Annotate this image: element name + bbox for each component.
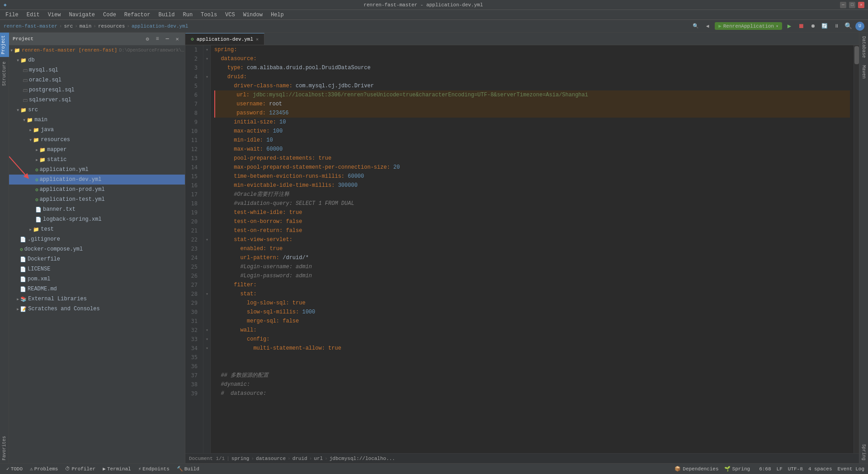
close-button[interactable]: ✕ [858,2,864,8]
nav-back-button[interactable]: ◀ [703,22,712,31]
menu-vcs[interactable]: VCS [222,11,239,19]
project-settings-button[interactable]: ⚙ [143,35,151,43]
breadcrumb-src[interactable]: src [64,24,73,29]
tree-item-java[interactable]: ▸ 📁 java [9,125,185,135]
menu-help[interactable]: Help [267,11,288,19]
tree-item-resources[interactable]: ▾ 📁 resources [9,135,185,145]
tree-item-application-yml[interactable]: ⚙ application.yml [9,165,185,175]
code-line-8: password: 123456 [214,109,850,118]
coverage-button[interactable]: ⏺ [808,22,817,31]
database-tab[interactable]: Database [860,33,867,61]
menu-view[interactable]: View [44,11,65,19]
spring-button[interactable]: 🌱 Spring [724,466,750,472]
todo-button[interactable]: ✓ TODO [4,465,25,473]
build-button[interactable]: 🔨 Build [174,465,202,473]
problems-button[interactable]: ⚠ Problems [27,465,61,473]
breadcrumb-file[interactable]: application-dev.yml [132,24,188,29]
menu-run[interactable]: Run [179,11,196,19]
tree-item-src[interactable]: ▾ 📁 src [9,105,185,115]
code-content[interactable]: spring: datasource: type: com.alibaba.dr… [211,45,854,453]
minimize-button[interactable]: — [840,2,846,8]
editor-scrollbar[interactable] [854,45,859,453]
tree-item-mapper[interactable]: ▸ 📁 mapper [9,145,185,155]
stop-button[interactable]: ⏹ [797,22,806,31]
tree-item-license[interactable]: 📄 LICENSE [9,264,185,274]
tree-item-docker-compose[interactable]: ⚙ docker-compose.yml [9,244,185,254]
gradle-tab[interactable]: Spring [860,441,867,463]
tree-item-root[interactable]: ▾ 📁 renren-fast-master [renren-fast] D:\… [9,45,185,55]
tree-item-gitignore[interactable]: 📄 .gitignore [9,234,185,244]
breadcrumb-main[interactable]: main [80,24,91,29]
reload-button[interactable]: 🔄 [820,22,829,31]
menu-build[interactable]: Build [155,11,178,19]
tree-item-main[interactable]: ▾ 📁 main [9,115,185,125]
bc-druid[interactable]: druid [292,456,307,461]
todo-label: TODO [11,466,23,472]
breadcrumb-resources[interactable]: resources [98,24,125,29]
code-line-7: username: root [214,100,850,109]
tree-item-sqlserver[interactable]: 🗃 sqlserver.sql [9,95,185,105]
code-line-5: driver-class-name: com.mysql.cj.jdbc.Dri… [214,81,850,90]
tree-item-postgresql[interactable]: 🗃 postgresql.sql [9,85,185,95]
tree-item-logback[interactable]: 📄 logback-spring.xml [9,214,185,224]
code-line-13: pool-prepared-statements: true [214,154,850,163]
pause-button[interactable]: ⏸ [832,22,841,31]
code-editor[interactable]: 1 2 3 4 5 6 7 8 9 10 11 12 13 14 15 16 1 [185,45,859,453]
dependencies-button[interactable]: 📦 Dependencies [675,466,718,472]
event-log-button[interactable]: Event Log [838,466,864,472]
project-expand-button[interactable]: ≡ [153,35,161,43]
breadcrumb-root[interactable]: renren-fast-master [4,24,57,29]
editor-tab-application-dev[interactable]: ⚙ application-dev.yml ✕ [185,33,264,45]
user-avatar[interactable]: U [855,22,864,31]
run-config-selector[interactable]: ▶ RenrenApplication ▾ [715,22,782,30]
search-everywhere-button[interactable]: 🔍 [691,22,700,31]
bc-url[interactable]: url [314,456,323,461]
editor-tab-bar: ⚙ application-dev.yml ✕ [185,33,859,45]
maximize-button[interactable]: □ [849,2,855,8]
tree-item-application-prod[interactable]: ⚙ application-prod.yml [9,185,185,194]
search-button[interactable]: 🔍 [844,22,853,31]
favorites-tab[interactable]: Favorites [1,433,8,463]
terminal-button[interactable]: ▶ Terminal [100,465,133,473]
tree-item-static[interactable]: ▸ 📁 static [9,155,185,165]
tree-item-external-libs[interactable]: ▸ 📚 External Libraries [9,294,185,304]
menu-code[interactable]: Code [99,11,120,19]
menu-file[interactable]: File [2,11,22,19]
tree-item-mysql[interactable]: 🗃 mysql.sql [9,65,185,75]
tree-item-pom[interactable]: 📄 pom.xml [9,274,185,284]
menu-refactor[interactable]: Refactor [121,11,154,19]
terminal-label: Terminal [107,466,131,472]
maven-tab[interactable]: Maven [860,62,867,81]
run-button[interactable]: ▶ [785,22,794,31]
tree-item-readme[interactable]: 📄 README.md [9,284,185,294]
editor-gutter: ▾ ▾ ▾ [203,45,211,453]
menu-tools[interactable]: Tools [197,11,221,19]
menu-edit[interactable]: Edit [23,11,43,19]
bc-datasource[interactable]: datasource [256,456,286,461]
scrollbar-thumb[interactable] [854,46,859,64]
tree-item-application-dev[interactable]: ⚙ application-dev.yml [9,175,185,185]
menu-window[interactable]: Window [240,11,266,19]
code-line-29: log-slow-sql: true [214,299,850,308]
tree-item-oracle[interactable]: 🗃 oracle.sql [9,75,185,85]
tab-close-button[interactable]: ✕ [256,37,259,42]
tree-item-test[interactable]: ▸ 📁 test [9,224,185,234]
endpoints-button[interactable]: ⚡ Endpoints [136,465,172,473]
project-more-button[interactable]: ✕ [173,35,181,43]
profiler-button[interactable]: ⏱ Profiler [62,465,98,473]
project-collapse-button[interactable]: — [163,35,171,43]
tree-item-banner[interactable]: 📄 banner.txt [9,204,185,214]
menu-navigate[interactable]: Navigate [65,11,99,19]
endpoints-label: Endpoints [142,466,169,472]
project-tab[interactable]: Project [0,33,9,57]
tree-item-db[interactable]: ▾ 📁 db [9,55,185,65]
structure-tab[interactable]: Structure [1,59,8,89]
project-header-buttons: ⚙ ≡ — ✕ [143,35,181,43]
bc-spring[interactable]: spring [231,456,250,461]
tree-item-dockerfile[interactable]: 📄 Dockerfile [9,254,185,264]
code-line-37: ## 多数据源的配置 [214,371,850,380]
code-line-3: type: com.alibaba.druid.pool.DruidDataSo… [214,63,850,72]
tree-item-application-test[interactable]: ⚙ application-test.yml [9,194,185,204]
tree-item-scratches[interactable]: ▸ 📝 Scratches and Consoles [9,304,185,314]
code-line-4: druid: [214,72,850,81]
